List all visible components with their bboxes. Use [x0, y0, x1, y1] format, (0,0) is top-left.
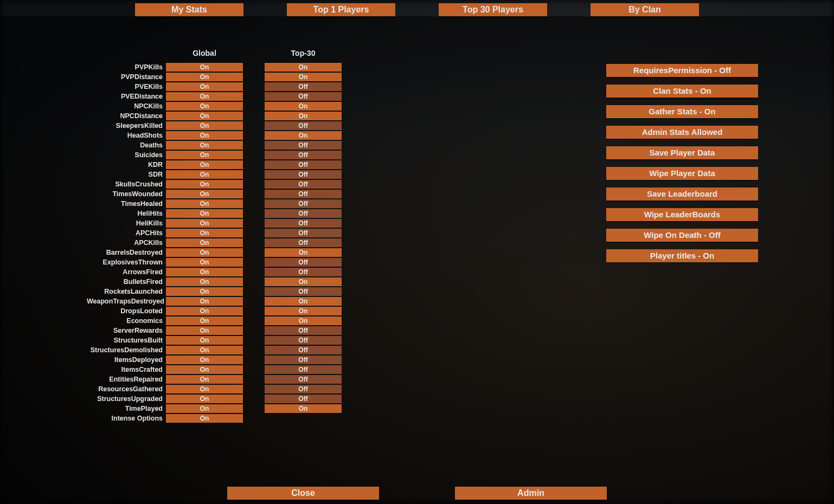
stat-global-toggle[interactable]: On: [166, 160, 243, 169]
stat-global-toggle[interactable]: On: [166, 385, 243, 393]
stat-global-toggle[interactable]: On: [166, 190, 243, 198]
stat-top30-toggle[interactable]: On: [265, 316, 342, 325]
stat-label: TimesWounded: [87, 190, 166, 198]
stat-top30-toggle[interactable]: Off: [265, 160, 342, 169]
stat-top30-toggle[interactable]: On: [265, 404, 342, 413]
stat-global-toggle[interactable]: On: [166, 375, 243, 384]
stat-label: Intense Options: [87, 414, 166, 423]
stat-global-toggle[interactable]: On: [166, 63, 243, 72]
stat-top30-toggle[interactable]: Off: [265, 170, 342, 179]
stat-top30-toggle[interactable]: On: [265, 277, 342, 286]
stat-top30-toggle[interactable]: Off: [265, 375, 342, 384]
stat-global-toggle[interactable]: On: [166, 180, 243, 189]
stat-top30-toggle[interactable]: Off: [265, 356, 342, 364]
wipe-on-death-button[interactable]: Wipe On Death - Off: [606, 229, 758, 242]
stat-global-toggle[interactable]: On: [166, 307, 243, 315]
stat-top30-toggle[interactable]: Off: [265, 180, 342, 189]
stat-global-toggle[interactable]: On: [166, 248, 243, 257]
stat-label: ExplosivesThrown: [87, 258, 166, 267]
stat-top30-toggle[interactable]: On: [265, 248, 342, 257]
gather-stats-button[interactable]: Gather Stats - On: [606, 105, 758, 118]
stat-global-toggle[interactable]: On: [166, 268, 243, 276]
stat-top30-toggle[interactable]: Off: [265, 219, 342, 228]
stat-global-toggle[interactable]: On: [166, 297, 243, 306]
admin-button[interactable]: Admin: [455, 487, 607, 500]
stat-global-toggle[interactable]: On: [166, 346, 243, 354]
stat-label: StructuresBuilt: [87, 336, 166, 345]
stat-global-toggle[interactable]: On: [166, 336, 243, 345]
stat-global-toggle[interactable]: On: [166, 92, 243, 101]
stat-global-toggle[interactable]: On: [166, 365, 243, 374]
stat-top30-toggle[interactable]: Off: [265, 92, 342, 101]
stat-top30-toggle[interactable]: On: [265, 73, 342, 81]
stat-global-toggle[interactable]: On: [166, 219, 243, 228]
stat-top30-toggle[interactable]: Off: [265, 385, 342, 393]
stat-global-toggle[interactable]: On: [166, 395, 243, 403]
stat-top30-toggle[interactable]: Off: [265, 346, 342, 354]
admin-stats-button[interactable]: Admin Stats Allowed: [606, 126, 758, 139]
stat-label: HeliKills: [87, 219, 166, 228]
stat-global-toggle[interactable]: On: [166, 82, 243, 91]
stat-global-toggle[interactable]: On: [166, 112, 243, 120]
save-leaderboard-button[interactable]: Save Leaderboard: [606, 188, 758, 201]
stat-global-toggle[interactable]: On: [166, 121, 243, 130]
stat-label: TimesHealed: [87, 199, 166, 208]
stat-top30-toggle[interactable]: Off: [265, 199, 342, 208]
stat-global-toggle[interactable]: On: [166, 326, 243, 335]
stat-global-toggle[interactable]: On: [166, 316, 243, 325]
stat-label: PVPDistance: [87, 73, 166, 81]
stat-top30-toggle[interactable]: Off: [265, 238, 342, 247]
stat-top30-toggle[interactable]: Off: [265, 121, 342, 130]
stat-global-toggle[interactable]: On: [166, 141, 243, 150]
stat-top30-toggle[interactable]: Off: [265, 258, 342, 267]
save-player-data-button[interactable]: Save Player Data: [606, 146, 758, 159]
tab-top-1-players[interactable]: Top 1 Players: [287, 3, 395, 16]
stat-global-toggle[interactable]: On: [166, 404, 243, 413]
stat-top30-toggle[interactable]: On: [265, 307, 342, 315]
stat-top30-toggle[interactable]: Off: [265, 141, 342, 150]
stat-top30-toggle[interactable]: Off: [265, 190, 342, 198]
stat-global-toggle[interactable]: On: [166, 131, 243, 140]
stat-top30-toggle[interactable]: On: [265, 63, 342, 72]
stat-global-toggle[interactable]: On: [166, 277, 243, 286]
requires-permission-button[interactable]: RequiresPermission - Off: [606, 64, 758, 77]
stat-global-toggle[interactable]: On: [166, 356, 243, 364]
stat-top30-toggle[interactable]: Off: [265, 82, 342, 91]
stat-global-toggle[interactable]: On: [166, 238, 243, 247]
stat-global-toggle[interactable]: On: [166, 414, 243, 423]
header-global: Global: [166, 49, 243, 57]
stat-top30-toggle[interactable]: On: [265, 297, 342, 306]
tab-by-clan[interactable]: By Clan: [591, 3, 699, 16]
wipe-leaderboards-button[interactable]: Wipe LeaderBoards: [606, 208, 758, 221]
stat-top30-toggle[interactable]: Off: [265, 209, 342, 218]
stat-global-toggle[interactable]: On: [166, 258, 243, 267]
stat-top30-toggle[interactable]: Off: [265, 229, 342, 237]
stat-global-toggle[interactable]: On: [166, 73, 243, 81]
stat-top30-toggle[interactable]: Off: [265, 395, 342, 403]
tab-my-stats[interactable]: My Stats: [135, 3, 243, 16]
stat-top30-toggle[interactable]: On: [265, 131, 342, 140]
stat-row: StructuresBuiltOnOff: [87, 336, 347, 345]
stat-row: EconomicsOnOn: [87, 316, 347, 325]
stat-global-toggle[interactable]: On: [166, 209, 243, 218]
close-button[interactable]: Close: [227, 487, 379, 500]
wipe-player-data-button[interactable]: Wipe Player Data: [606, 167, 758, 180]
player-titles-button[interactable]: Player titles - On: [606, 249, 758, 262]
stat-top30-toggle[interactable]: Off: [265, 326, 342, 335]
stat-top30-toggle[interactable]: Off: [265, 365, 342, 374]
stat-global-toggle[interactable]: On: [166, 287, 243, 296]
clan-stats-button[interactable]: Clan Stats - On: [606, 85, 758, 98]
stat-global-toggle[interactable]: On: [166, 170, 243, 179]
stat-global-toggle[interactable]: On: [166, 199, 243, 208]
stat-top30-toggle[interactable]: On: [265, 112, 342, 120]
stat-label: ItemsCrafted: [87, 365, 166, 374]
stat-global-toggle[interactable]: On: [166, 229, 243, 237]
stat-global-toggle[interactable]: On: [166, 102, 243, 111]
tab-top-30-players[interactable]: Top 30 Players: [439, 3, 547, 16]
stat-global-toggle[interactable]: On: [166, 151, 243, 159]
stat-top30-toggle[interactable]: Off: [265, 287, 342, 296]
stat-top30-toggle[interactable]: Off: [265, 151, 342, 159]
stat-top30-toggle[interactable]: On: [265, 102, 342, 111]
stat-top30-toggle[interactable]: Off: [265, 268, 342, 276]
stat-top30-toggle[interactable]: Off: [265, 336, 342, 345]
